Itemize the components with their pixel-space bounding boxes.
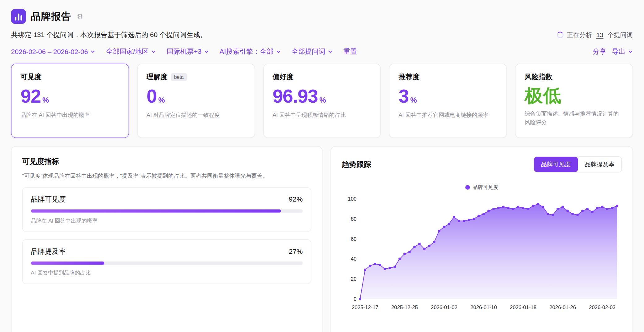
card-value: 3	[398, 86, 409, 107]
analyzing-prefix: 正在分析	[567, 31, 592, 39]
card-unit: %	[42, 96, 49, 105]
analyzing-suffix: 个提问词	[608, 31, 633, 39]
svg-text:2025-12-17: 2025-12-17	[352, 304, 378, 310]
panel-title: 可见度指标	[22, 156, 311, 166]
panel-title: 趋势跟踪	[342, 160, 371, 169]
metric-caption: 品牌在 AI 回答中出现的概率	[31, 217, 303, 224]
legend-label: 品牌可见度	[473, 184, 498, 191]
svg-text:2026-01-18: 2026-01-18	[510, 304, 536, 310]
card-title: 推荐度	[398, 72, 419, 82]
filter-bar: 2026-02-06 – 2026-02-06 全部国家/地区 国际机票+3 A…	[11, 47, 633, 56]
viewport-scaler: 品牌报告 ⚙ 共绑定 131 个提问词，本次报告基于筛选后的 60 个提问词生成…	[0, 0, 644, 332]
svg-text:2026-01-26: 2026-01-26	[549, 304, 576, 310]
filters-left: 2026-02-06 – 2026-02-06 全部国家/地区 国际机票+3 A…	[11, 47, 357, 56]
gear-icon[interactable]: ⚙	[77, 12, 83, 21]
trend-toggle-group: 品牌可见度 品牌提及率	[534, 156, 622, 172]
card-caption: AI 对品牌定位描述的一致程度	[147, 111, 246, 119]
chevron-down-icon	[204, 49, 209, 54]
date-range-filter[interactable]: 2026-02-06 – 2026-02-06	[11, 48, 95, 56]
chevron-down-icon	[151, 49, 156, 54]
svg-text:2026-01-02: 2026-01-02	[431, 304, 457, 310]
ai-engine-filter[interactable]: AI搜索引擎：全部	[220, 47, 281, 56]
header: 品牌报告 ⚙	[11, 0, 633, 24]
tab-brand-mention-rate[interactable]: 品牌提及率	[578, 157, 621, 172]
prompts-filter[interactable]: 全部提问词	[291, 47, 333, 56]
metric-card-understanding[interactable]: 理解度 beta 0 % AI 对品牌定位描述的一致程度	[137, 64, 255, 138]
card-value: 极低	[525, 86, 562, 106]
svg-text:2026-02-03: 2026-02-03	[589, 304, 616, 310]
svg-text:20: 20	[351, 276, 357, 282]
tab-brand-visibility[interactable]: 品牌可见度	[534, 157, 577, 172]
card-title: 偏好度	[273, 72, 294, 82]
chevron-down-icon	[276, 49, 281, 54]
card-caption: AI 回答中推荐官网或电商链接的频率	[398, 111, 497, 119]
card-caption: 品牌在 AI 回答中出现的概率	[20, 111, 119, 119]
brand-report-page: 品牌报告 ⚙ 共绑定 131 个提问词，本次报告基于筛选后的 60 个提问词生成…	[0, 0, 644, 332]
chart-legend: 品牌可见度	[342, 184, 622, 191]
card-title: 风险指数	[525, 72, 552, 82]
app-logo-icon	[11, 9, 26, 24]
page-title: 品牌报告	[31, 10, 71, 23]
metric-card-preference[interactable]: 偏好度 96.93 % AI 回答中呈现积极情绪的占比	[263, 64, 381, 138]
beta-badge: beta	[171, 73, 187, 81]
chevron-down-icon	[90, 49, 95, 54]
metric-cards: 可见度 92 % 品牌在 AI 回答中出现的概率 理解度 beta 0 % AI…	[11, 64, 633, 138]
visibility-metrics-panel: 可见度指标 “可见度”体现品牌在回答中出现的概率，“提及率”表示被提到的占比。两…	[11, 146, 322, 332]
export-button[interactable]: 导出	[612, 47, 633, 56]
legend-dot-icon	[465, 185, 470, 190]
progress-bar	[31, 262, 303, 265]
trend-tracking-panel: 趋势跟踪 品牌可见度 品牌提及率 品牌可见度 0204060801002025-…	[331, 146, 633, 332]
metric-caption: AI 回答中提到品牌的占比	[31, 269, 303, 277]
trend-area-chart: 0204060801002025-12-172025-12-252026-01-…	[342, 193, 622, 313]
card-unit: %	[320, 96, 326, 105]
svg-text:40: 40	[351, 256, 357, 262]
svg-text:100: 100	[348, 196, 357, 202]
svg-text:60: 60	[351, 236, 357, 242]
card-title: 理解度	[147, 72, 168, 82]
svg-text:2026-01-10: 2026-01-10	[470, 304, 497, 310]
metric-card-risk[interactable]: 风险指数 极低 综合负面描述、情感与推荐情况计算的风险评分	[515, 64, 633, 138]
loading-spinner-icon	[557, 32, 563, 38]
card-caption: AI 回答中呈现积极情绪的占比	[273, 111, 371, 119]
keyword-group-filter[interactable]: 国际机票+3	[167, 47, 209, 56]
share-button[interactable]: 分享	[593, 47, 606, 56]
metric-value: 27%	[289, 247, 303, 256]
card-value: 92	[20, 86, 41, 107]
svg-text:2025-12-25: 2025-12-25	[391, 304, 418, 310]
card-caption: 综合负面描述、情感与推荐情况计算的风险评分	[525, 110, 624, 127]
region-filter[interactable]: 全部国家/地区	[106, 47, 156, 56]
metric-card-recommendation[interactable]: 推荐度 3 % AI 回答中推荐官网或电商链接的频率	[389, 64, 507, 138]
reset-button[interactable]: 重置	[343, 47, 357, 56]
subtitle-row: 共绑定 131 个提问词，本次报告基于筛选后的 60 个提问词生成。 正在分析 …	[11, 30, 633, 39]
card-unit: %	[410, 96, 417, 105]
panel-description: “可见度”体现品牌在回答中出现的概率，“提及率”表示被提到的占比。两者共同衡量整…	[22, 172, 311, 180]
metric-box-mention-rate: 品牌提及率 27% AI 回答中提到品牌的占比	[22, 239, 311, 284]
progress-bar	[31, 209, 303, 213]
metric-value: 92%	[289, 195, 303, 203]
progress-bar-fill	[31, 262, 104, 265]
chevron-down-icon	[628, 49, 633, 54]
filters-right: 分享 导出	[593, 47, 633, 56]
card-title: 可见度	[20, 72, 41, 82]
card-value: 0	[147, 86, 157, 107]
svg-text:80: 80	[351, 216, 357, 222]
report-summary-text: 共绑定 131 个提问词，本次报告基于筛选后的 60 个提问词生成。	[11, 30, 207, 39]
panels-row: 可见度指标 “可见度”体现品牌在回答中出现的概率，“提及率”表示被提到的占比。两…	[11, 146, 633, 332]
chevron-down-icon	[328, 49, 333, 54]
metric-box-visibility: 品牌可见度 92% 品牌在 AI 回答中出现的概率	[22, 187, 311, 232]
analyzing-status: 正在分析 13 个提问词	[557, 31, 633, 39]
card-unit: %	[158, 96, 165, 105]
card-value: 96.93	[273, 86, 318, 107]
progress-bar-fill	[31, 209, 281, 213]
metric-card-visibility[interactable]: 可见度 92 % 品牌在 AI 回答中出现的概率	[11, 64, 129, 138]
svg-text:0: 0	[354, 296, 356, 302]
metric-label: 品牌可见度	[31, 194, 66, 204]
trend-chart: 0204060801002025-12-172025-12-252026-01-…	[342, 193, 622, 313]
analyzing-count: 13	[596, 31, 603, 39]
metric-label: 品牌提及率	[31, 247, 66, 256]
